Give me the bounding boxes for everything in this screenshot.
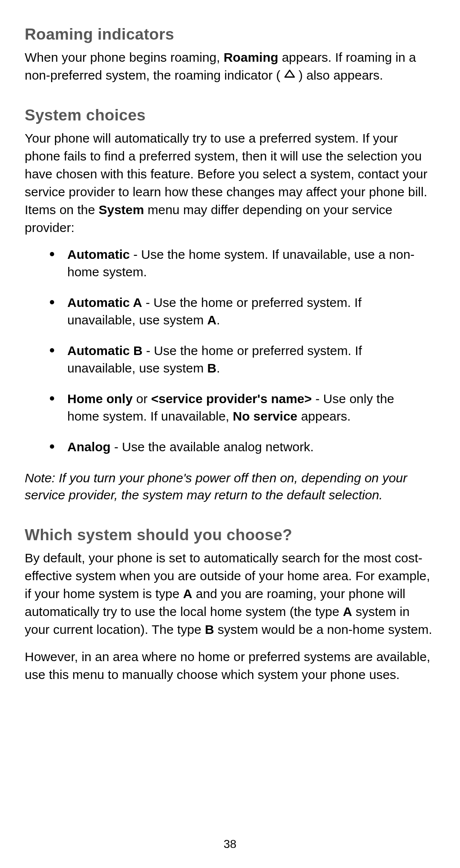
note-text: Note: If you turn your phone's power off… [25, 470, 432, 504]
list-item: Analog - Use the available analog networ… [67, 438, 432, 456]
text-bold: A [207, 313, 217, 327]
paragraph: Your phone will automatically try to use… [25, 129, 432, 237]
text-bold: Roaming [224, 50, 278, 64]
section-title-roaming: Roaming indicators [25, 26, 432, 43]
list-item: Automatic A - Use the home or preferred … [67, 294, 432, 329]
text-bold: B [207, 361, 217, 375]
text: or [132, 392, 151, 406]
text-bold: Automatic B [67, 344, 143, 358]
text: When your phone begins roaming, [25, 50, 224, 64]
text-bold: System [98, 203, 144, 217]
text-bold: <service provider's name> [151, 392, 312, 406]
text-bold: Analog [67, 440, 111, 454]
text-bold: No service [233, 409, 298, 423]
text-bold: A [343, 604, 352, 619]
paragraph: However, in an area where no home or pre… [25, 648, 432, 684]
list-item: Automatic B - Use the home or preferred … [67, 342, 432, 377]
text-bold: Home only [67, 392, 132, 406]
paragraph: When your phone begins roaming, Roaming … [25, 49, 432, 84]
text-bold: B [205, 622, 214, 636]
text: system would be a non-home system. [214, 622, 432, 636]
manual-page: Roaming indicators When your phone begin… [0, 0, 460, 708]
page-number: 38 [0, 838, 460, 851]
section-title-which-system: Which system should you choose? [25, 526, 432, 544]
text: - Use the available analog network. [111, 440, 314, 454]
bullet-list: Automatic - Use the home system. If unav… [25, 246, 432, 456]
paragraph: By default, your phone is set to automat… [25, 549, 432, 639]
text-bold: A [183, 587, 193, 601]
list-item: Home only or <service provider's name> -… [67, 390, 432, 425]
text-bold: Automatic [67, 247, 130, 261]
list-item: Automatic - Use the home system. If unav… [67, 246, 432, 281]
section-title-system-choices: System choices [25, 106, 432, 124]
roaming-icon [284, 65, 295, 83]
text: . [216, 361, 220, 375]
text: . [216, 313, 220, 327]
text: appears. [297, 409, 351, 423]
text-bold: Automatic A [67, 295, 142, 309]
text: ) also appears. [295, 68, 383, 82]
